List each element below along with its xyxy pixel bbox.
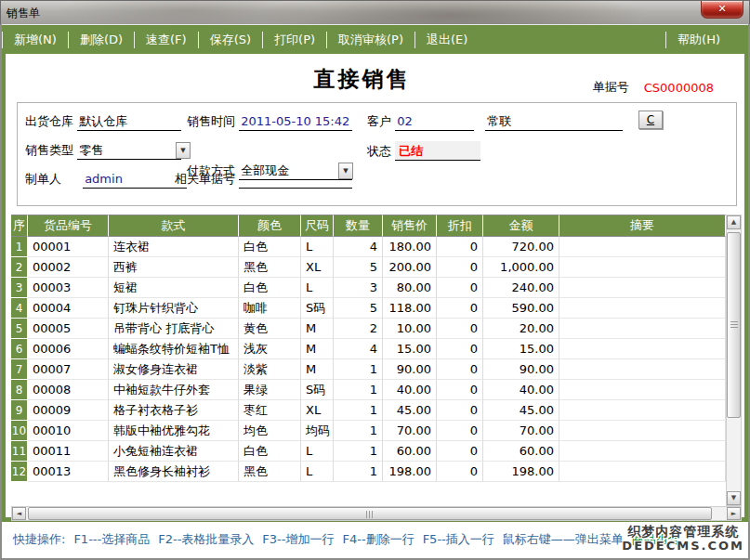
style-cell[interactable]: 格子衬衣格子衫 [109, 400, 239, 421]
discount-cell[interactable]: 0 [437, 359, 483, 380]
note-cell[interactable] [559, 339, 726, 359]
price-cell[interactable]: 10.00 [383, 319, 437, 339]
toolbar-button[interactable]: 退出(E) [414, 32, 479, 48]
style-cell[interactable]: 小兔短袖连衣裙 [109, 441, 239, 462]
note-cell[interactable] [559, 421, 726, 441]
table-row[interactable]: 4 00004 钉珠片针织背心 咖啡 S码 5 118.00 0 590.00 [11, 298, 726, 319]
note-cell[interactable] [559, 257, 726, 278]
color-cell[interactable]: 均色 [239, 421, 301, 441]
table-header-cell[interactable]: 序 [11, 215, 28, 237]
table-header-cell[interactable]: 货品编号 [28, 215, 109, 237]
color-cell[interactable]: 淡紫 [239, 359, 301, 380]
table-row[interactable]: 11 00011 小兔短袖连衣裙 白色 L 1 60.00 0 60.00 [11, 441, 726, 462]
amount-cell[interactable]: 90.00 [483, 359, 559, 380]
toolbar-button[interactable]: 保存(S) [198, 32, 262, 48]
sale-type-select[interactable]: 零售 [77, 141, 181, 160]
qty-cell[interactable]: 2 [334, 319, 383, 339]
table-row[interactable]: 3 00003 短裙 白色 L 3 80.00 0 240.00 [11, 278, 726, 298]
table-row[interactable]: 12 00013 黑色修身长袖衬衫 黑色 L 1 198.00 0 198.00 [11, 462, 726, 482]
table-header-cell[interactable]: 尺码 [301, 215, 334, 237]
amount-cell[interactable]: 590.00 [483, 298, 559, 319]
table-row[interactable]: 8 00008 中袖短款牛仔外套 果绿 S码 1 40.00 0 40.00 [11, 380, 726, 400]
discount-cell[interactable]: 0 [437, 380, 483, 400]
price-cell[interactable]: 198.00 [383, 462, 437, 482]
discount-cell[interactable]: 0 [437, 421, 483, 441]
qty-cell[interactable]: 5 [334, 298, 383, 319]
amount-cell[interactable]: 720.00 [483, 237, 559, 257]
note-cell[interactable] [559, 319, 726, 339]
amount-cell[interactable]: 20.00 [483, 319, 559, 339]
table-header-cell[interactable]: 摘要 [559, 215, 726, 237]
customer-name-field[interactable]: 常联 [485, 112, 623, 131]
table-header-cell[interactable]: 款式 [109, 215, 239, 237]
code-cell[interactable]: 00010 [28, 421, 109, 441]
note-cell[interactable] [559, 237, 726, 257]
related-doc-field[interactable] [239, 170, 352, 189]
amount-cell[interactable]: 70.00 [483, 421, 559, 441]
qty-cell[interactable]: 5 [334, 257, 383, 278]
size-cell[interactable]: L [301, 462, 334, 482]
close-button[interactable]: ✕ [701, 1, 743, 19]
style-cell[interactable]: 连衣裙 [109, 237, 239, 257]
size-cell[interactable]: M [301, 359, 334, 380]
table-header-cell[interactable]: 数量 [334, 215, 383, 237]
discount-cell[interactable]: 0 [437, 257, 483, 278]
amount-cell[interactable]: 15.00 [483, 339, 559, 359]
size-cell[interactable]: S码 [301, 298, 334, 319]
amount-cell[interactable]: 198.00 [483, 462, 559, 482]
price-cell[interactable]: 90.00 [383, 359, 437, 380]
code-cell[interactable]: 00011 [28, 441, 109, 462]
style-cell[interactable]: 西裤 [109, 257, 239, 278]
code-cell[interactable]: 00003 [28, 278, 109, 298]
table-row[interactable]: 10 00010 韩版中袖优雅勾花 均色 均码 1 70.00 0 70.00 [11, 421, 726, 441]
qty-cell[interactable]: 1 [334, 400, 383, 421]
scroll-down-button[interactable]: ▼ [727, 491, 741, 505]
size-cell[interactable]: M [301, 319, 334, 339]
size-cell[interactable]: XL [301, 257, 334, 278]
code-cell[interactable]: 00009 [28, 400, 109, 421]
size-cell[interactable]: L [301, 441, 334, 462]
qty-cell[interactable]: 1 [334, 441, 383, 462]
qty-cell[interactable]: 4 [334, 237, 383, 257]
style-cell[interactable]: 黑色修身长袖衬衫 [109, 462, 239, 482]
price-cell[interactable]: 118.00 [383, 298, 437, 319]
qty-cell[interactable]: 1 [334, 359, 383, 380]
size-cell[interactable]: M [301, 339, 334, 359]
style-cell[interactable]: 淑女修身连衣裙 [109, 359, 239, 380]
note-cell[interactable] [559, 380, 726, 400]
horizontal-scrollbar[interactable]: ◄ ► [11, 506, 742, 521]
price-cell[interactable]: 45.00 [383, 400, 437, 421]
size-cell[interactable]: 均码 [301, 421, 334, 441]
discount-cell[interactable]: 0 [437, 339, 483, 359]
qty-cell[interactable]: 1 [334, 380, 383, 400]
table-row[interactable]: 2 00002 西裤 黑色 XL 5 200.00 0 1,000.00 [11, 257, 726, 278]
style-cell[interactable]: 中袖短款牛仔外套 [109, 380, 239, 400]
scroll-up-button[interactable]: ▲ [727, 215, 741, 229]
table-header-cell[interactable]: 颜色 [239, 215, 301, 237]
price-cell[interactable]: 180.00 [383, 237, 437, 257]
customer-lookup-button[interactable]: C [638, 111, 663, 129]
discount-cell[interactable]: 0 [437, 462, 483, 482]
code-cell[interactable]: 00013 [28, 462, 109, 482]
code-cell[interactable]: 00002 [28, 257, 109, 278]
amount-cell[interactable]: 240.00 [483, 278, 559, 298]
sale-time-field[interactable]: 2011-05-10 15:42 [239, 112, 352, 131]
color-cell[interactable]: 黑色 [239, 462, 301, 482]
color-cell[interactable]: 咖啡 [239, 298, 301, 319]
toolbar-button[interactable]: 取消审核(P) [326, 32, 414, 48]
table-row[interactable]: 9 00009 格子衬衣格子衫 枣红 XL 1 45.00 0 45.00 [11, 400, 726, 421]
note-cell[interactable] [559, 359, 726, 380]
amount-cell[interactable]: 40.00 [483, 380, 559, 400]
amount-cell[interactable]: 60.00 [483, 441, 559, 462]
customer-code-field[interactable]: 02 [395, 112, 474, 131]
table-row[interactable]: 5 00005 吊带背心 打底背心 黄色 M 2 10.00 0 20.00 [11, 319, 726, 339]
price-cell[interactable]: 40.00 [383, 380, 437, 400]
code-cell[interactable]: 00001 [28, 237, 109, 257]
amount-cell[interactable]: 1,000.00 [483, 257, 559, 278]
style-cell[interactable]: 短裙 [109, 278, 239, 298]
discount-cell[interactable]: 0 [437, 400, 483, 421]
vertical-scrollbar[interactable]: ▲ ▼ [726, 215, 742, 506]
price-cell[interactable]: 15.00 [383, 339, 437, 359]
color-cell[interactable]: 白色 [239, 278, 301, 298]
discount-cell[interactable]: 0 [437, 298, 483, 319]
